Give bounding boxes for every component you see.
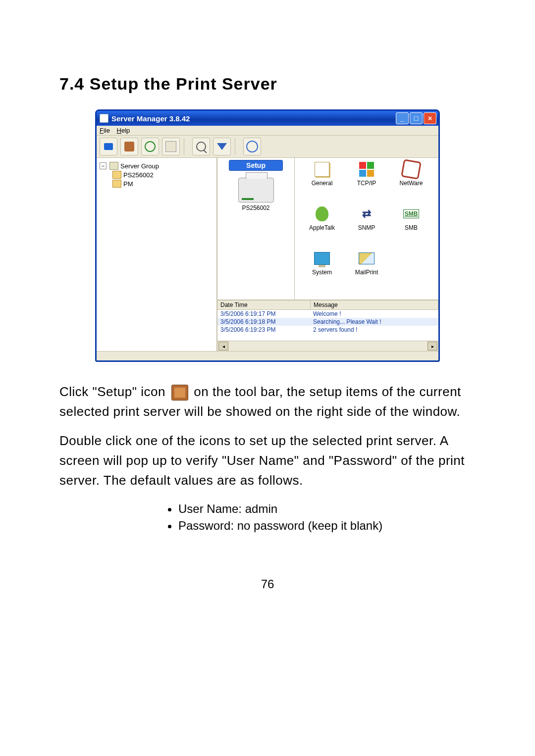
- setup-icon: [171, 385, 188, 401]
- setup-item-smb[interactable]: SMB SMB: [389, 205, 433, 250]
- download-icon: [217, 143, 227, 150]
- minimize-button[interactable]: _: [396, 112, 409, 124]
- setup-item-system[interactable]: System: [300, 250, 344, 295]
- scroll-right-button[interactable]: ▸: [428, 342, 437, 351]
- tree-item-pm[interactable]: PM: [123, 180, 133, 188]
- log-cell: 3/5/2006 6:19:18 PM: [217, 318, 310, 326]
- cred-user: User Name: admin: [178, 502, 476, 516]
- credentials-list: User Name: admin Password: no password (…: [159, 502, 476, 533]
- setup-item-appletalk[interactable]: AppleTalk: [300, 205, 344, 250]
- server-manager-window: Server Manager 3.8.42 _ □ × File Help −: [95, 109, 440, 362]
- apple-icon: [316, 206, 328, 221]
- label-system: System: [312, 269, 332, 276]
- menu-bar: File Help: [97, 126, 438, 136]
- refresh-icon: [145, 141, 156, 152]
- label-smb: SMB: [405, 224, 418, 231]
- tool-bar: [97, 136, 438, 158]
- menu-file[interactable]: File: [100, 127, 110, 134]
- toolbar-status-button[interactable]: [100, 138, 117, 155]
- toolbar-search-button[interactable]: [192, 138, 210, 155]
- label-netware: NetWare: [400, 180, 423, 187]
- toolbar-ip-button[interactable]: [243, 138, 261, 155]
- ip-icon: [246, 141, 258, 152]
- cred-pass: Password: no password (keep it blank): [178, 519, 476, 533]
- paragraph-1: Click "Setup" icon on the tool bar, the …: [59, 382, 476, 422]
- label-tcpip: TCP/IP: [357, 180, 376, 187]
- menu-help[interactable]: Help: [117, 127, 130, 134]
- window-title: Server Manager 3.8.42: [111, 114, 395, 123]
- toolbar-refresh-button[interactable]: [141, 138, 159, 155]
- log-cell: Welcome !: [310, 310, 438, 318]
- reboot-icon: [165, 141, 176, 152]
- setup-panel: Setup PS256002: [217, 158, 295, 300]
- smb-icon: SMB: [403, 209, 420, 218]
- server-icon: [112, 171, 121, 179]
- paragraph-2: Double click one of the icons to set up …: [59, 431, 476, 491]
- log-cell: 3/5/2006 6:19:23 PM: [217, 326, 310, 334]
- tcpip-icon: [359, 162, 374, 177]
- setup-item-general[interactable]: General: [300, 161, 344, 205]
- log-cell: 3/5/2006 6:19:17 PM: [217, 310, 310, 318]
- tree-root-label[interactable]: Server Group: [120, 162, 159, 170]
- setup-item-mailprint[interactable]: MailPrint: [344, 250, 389, 295]
- toolbar-reboot-button[interactable]: [162, 138, 180, 155]
- section-heading: 7.4 Setup the Print Server: [59, 74, 476, 94]
- log-cell: Searching... Please Wait !: [310, 318, 438, 326]
- log-table: Date Time Message 3/5/2006 6:19:17 PM We…: [217, 300, 438, 351]
- scroll-left-button[interactable]: ◂: [218, 342, 228, 351]
- general-icon: [315, 162, 329, 177]
- setup-item-netware[interactable]: NetWare: [389, 161, 433, 205]
- log-cell: 2 servers found !: [310, 326, 438, 334]
- status-bar: [97, 352, 438, 360]
- maximize-button[interactable]: □: [410, 112, 423, 124]
- toolbar-separator: [184, 138, 188, 155]
- app-icon: [100, 114, 108, 123]
- netware-icon: [401, 159, 422, 180]
- setup-icon: [124, 142, 134, 151]
- setup-header-button[interactable]: Setup: [229, 160, 283, 171]
- system-icon: [314, 252, 330, 265]
- log-col-datetime[interactable]: Date Time: [217, 301, 311, 309]
- search-icon: [196, 142, 206, 151]
- tree-collapse-icon[interactable]: −: [100, 162, 107, 169]
- setup-server-name: PS256002: [217, 204, 294, 211]
- close-button[interactable]: ×: [424, 112, 436, 124]
- server-tree: − Server Group PS256002 PM: [97, 158, 217, 351]
- printer-icon: [238, 178, 274, 202]
- toolbar-setup-button[interactable]: [120, 138, 138, 155]
- label-snmp: SNMP: [358, 224, 375, 231]
- server-icon: [112, 180, 121, 188]
- log-col-message[interactable]: Message: [311, 301, 438, 309]
- mailprint-icon: [359, 252, 374, 264]
- snmp-icon: ⇄: [362, 207, 371, 220]
- page-number: 76: [59, 577, 476, 591]
- toolbar-separator: [235, 138, 239, 155]
- status-icon: [104, 143, 113, 150]
- label-general: General: [312, 180, 333, 187]
- label-mailprint: MailPrint: [355, 269, 378, 276]
- tree-item-ps[interactable]: PS256002: [123, 171, 154, 179]
- label-appletalk: AppleTalk: [309, 224, 335, 231]
- toolbar-download-button[interactable]: [213, 138, 231, 155]
- setup-item-tcpip[interactable]: TCP/IP: [344, 161, 389, 205]
- para1-part-a: Click "Setup" icon: [59, 384, 169, 399]
- setup-item-snmp[interactable]: ⇄ SNMP: [344, 205, 389, 250]
- window-titlebar: Server Manager 3.8.42 _ □ ×: [97, 111, 438, 126]
- server-group-icon: [109, 162, 118, 170]
